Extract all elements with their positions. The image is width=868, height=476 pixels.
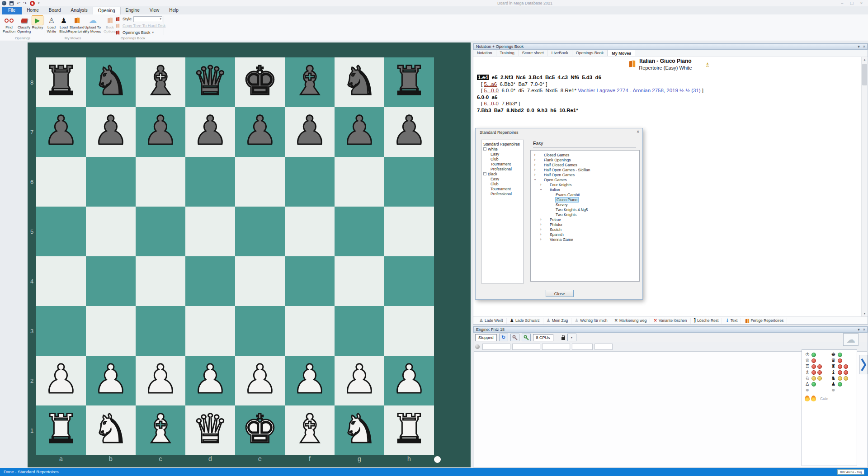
square-g4[interactable] [335, 256, 384, 306]
copy-tree-row[interactable]: Copy Tree To Hard Disk [114, 23, 165, 29]
square-f5[interactable] [285, 207, 335, 256]
opening-item-spanish[interactable]: ›Spanish [531, 232, 639, 237]
expander-icon[interactable]: - [483, 147, 486, 151]
opening-item-open-games[interactable]: ›Open Games [531, 177, 639, 182]
category-item-black[interactable]: -Black [481, 171, 524, 176]
tab-my-moves[interactable]: My Moves [608, 50, 635, 56]
footer-action-orange-books[interactable]: Fertige Repertoires [741, 318, 787, 324]
menu-tab-file[interactable]: File [2, 7, 22, 14]
pane-close-icon[interactable]: × [863, 44, 865, 49]
square-a3[interactable] [36, 306, 86, 356]
square-h7[interactable]: ♟ [384, 107, 434, 157]
tree-chevron-right-icon[interactable]: › [539, 237, 542, 241]
opening-item-half-closed-games[interactable]: ›Half Closed Games [531, 162, 639, 167]
notation-pane-header[interactable]: Notation + Openings Book ▾× [473, 43, 868, 50]
square-b3[interactable] [86, 306, 136, 356]
square-e8[interactable]: ♚ [235, 57, 285, 107]
footer-action-x-gray[interactable]: ×Markierung weg [611, 318, 651, 324]
move-line-5[interactable]: [ 6...0-0 7.Bb3* ] [477, 100, 857, 107]
engine-close-icon[interactable]: × [863, 327, 865, 332]
tree-chevron-right-icon[interactable]: › [533, 163, 537, 167]
square-b1[interactable]: ♞ [86, 405, 136, 455]
tree-chevron-right-icon[interactable]: › [539, 222, 542, 226]
square-c1[interactable]: ♝ [136, 405, 185, 455]
square-d3[interactable] [185, 306, 235, 356]
square-d2[interactable]: ♟ [185, 356, 235, 405]
move-line-3[interactable]: [ 5...0-0 6.0-0* d5 7.exd5 Nxd5 8.Re1* V… [477, 87, 857, 94]
square-f2[interactable]: ♟ [285, 356, 335, 405]
menu-tab-board[interactable]: Board [44, 7, 66, 14]
engine-refresh-button[interactable]: ↻ [499, 334, 508, 341]
menu-tab-help[interactable]: Help [164, 7, 184, 14]
square-d5[interactable] [185, 207, 235, 256]
footer-action-gray-pawn[interactable]: ♟Mein Zug [543, 318, 571, 324]
opening-item-two-knights-4-ng5[interactable]: Two Knights 4.Ng5 [531, 207, 639, 212]
standard-repertoires-button[interactable]: Standard Repertoires [68, 15, 86, 36]
category-item-club[interactable]: Club [481, 181, 524, 186]
square-c7[interactable]: ♟ [136, 107, 185, 157]
dialog-close-button[interactable]: Close [546, 290, 574, 297]
square-d7[interactable]: ♟ [185, 107, 235, 157]
tree-chevron-down-icon[interactable]: › [539, 188, 543, 192]
square-d4[interactable] [185, 256, 235, 306]
square-g1[interactable]: ♞ [335, 405, 384, 455]
tree-chevron-right-icon[interactable]: › [539, 183, 542, 187]
find-position-button[interactable]: Find Position [2, 15, 16, 36]
engine-field-3[interactable] [542, 344, 570, 350]
scroll-up-icon[interactable]: ▴ [862, 57, 868, 63]
window-controls[interactable]: ‒ ▢ × [841, 1, 865, 5]
menu-tab-analysis[interactable]: Analysis [66, 7, 93, 14]
tab-training[interactable]: Training [496, 50, 519, 56]
menu-tab-view[interactable]: View [145, 7, 165, 14]
move-line-4[interactable]: 6.0-0 a6 [477, 94, 857, 101]
category-item-tournament[interactable]: Tournament [481, 186, 524, 191]
opening-item-petrov[interactable]: ›Petrov [531, 217, 639, 222]
engine-field-5[interactable] [594, 344, 613, 350]
square-g5[interactable] [335, 207, 384, 256]
qat-dropdown-icon[interactable]: ▾ [38, 0, 40, 6]
move-line-1[interactable]: 1.e4 e5 2.Nf3 Nc6 3.Bc4 Bc5 4.c3 Nf6 5.d… [477, 74, 857, 81]
square-b8[interactable]: ♞ [86, 57, 136, 107]
engine-field-1[interactable] [482, 344, 510, 350]
tree-chevron-right-icon[interactable]: › [539, 227, 542, 231]
opening-item-four-knights[interactable]: ›Four Knights [531, 182, 639, 187]
square-h4[interactable] [384, 256, 434, 306]
square-e3[interactable] [235, 306, 285, 356]
style-combobox[interactable]: ▾ [133, 16, 162, 22]
category-item-club[interactable]: Club [481, 156, 524, 161]
square-e5[interactable] [235, 207, 285, 256]
category-item-easy[interactable]: Easy [481, 176, 524, 181]
expander-icon[interactable]: - [483, 172, 486, 175]
footer-action-white-pawn[interactable]: ♙Lade Weiß [476, 318, 507, 324]
move-line-6[interactable]: 7.Bb3 Ba7 8.Nbd2 0-0 9.h3 h6 10.Re1* [477, 107, 857, 114]
engine-settings-button[interactable] [510, 334, 519, 341]
square-a5[interactable] [36, 207, 86, 256]
square-d8[interactable]: ♛ [185, 57, 235, 107]
square-a7[interactable]: ♟ [36, 107, 86, 157]
opening-item-philidor[interactable]: ›Philidor [531, 222, 639, 227]
footer-action-black-pawn[interactable]: ♟Lade Schwarz [507, 318, 543, 324]
dialog-close-icon[interactable]: × [637, 129, 639, 134]
square-b7[interactable]: ♟ [86, 107, 136, 157]
category-item-standard-repertoires[interactable]: Standard Repertoires [481, 141, 524, 146]
engine-field-2[interactable] [512, 344, 540, 350]
save-icon[interactable] [9, 1, 14, 5]
opening-item-italian[interactable]: ›Italian [531, 187, 639, 192]
side-to-move-indicator[interactable] [434, 456, 441, 463]
opening-item-scotch[interactable]: ›Scotch [531, 227, 639, 232]
square-c3[interactable] [136, 306, 185, 356]
opening-item-half-open-games-sicilian[interactable]: ›Half Open Games - Sicilian [531, 167, 639, 172]
tree-chevron-right-icon[interactable]: › [539, 217, 542, 222]
square-g3[interactable] [335, 306, 384, 356]
openings-book-dropdown-icon[interactable]: ▾ [152, 31, 154, 34]
square-h6[interactable] [384, 157, 434, 207]
footer-action-light-pawn[interactable]: ♟Wichtig für mich [571, 318, 611, 324]
square-b6[interactable] [86, 157, 136, 207]
load-white-button[interactable]: ♙ Load White [46, 15, 57, 36]
replay-button[interactable]: ▶ Replay [32, 15, 43, 36]
square-e2[interactable]: ♟ [235, 356, 285, 405]
square-a6[interactable] [36, 157, 86, 207]
opening-item-evans-gambit[interactable]: Evans Gambit [531, 192, 639, 197]
square-e7[interactable]: ♟ [235, 107, 285, 157]
square-d6[interactable] [185, 157, 235, 207]
